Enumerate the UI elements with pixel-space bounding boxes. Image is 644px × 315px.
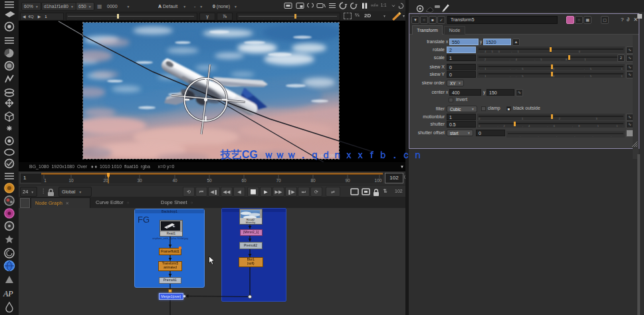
svg-text:∞/∞ 1:1: ∞/∞ 1:1 xyxy=(371,3,387,7)
svg-text:90: 90 xyxy=(345,178,350,183)
svg-text:30: 30 xyxy=(137,178,142,183)
svg-text:10: 10 xyxy=(68,178,74,183)
svg-text:AP: AP xyxy=(3,289,13,298)
svg-text:70: 70 xyxy=(276,178,281,183)
svg-text:50: 50 xyxy=(207,178,212,183)
svg-text:80: 80 xyxy=(310,178,316,183)
svg-text:40: 40 xyxy=(172,178,177,183)
svg-text:100: 100 xyxy=(375,178,382,183)
svg-text:20: 20 xyxy=(103,178,108,183)
svg-text:1: 1 xyxy=(44,178,47,183)
svg-text:60: 60 xyxy=(241,178,247,183)
